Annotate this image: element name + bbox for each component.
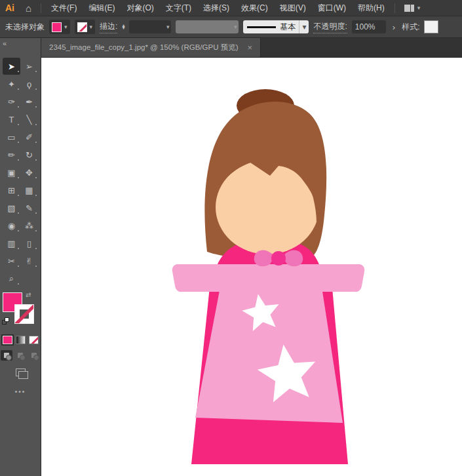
none-button[interactable] (29, 336, 39, 344)
tools-grid: ➤➢✦ϙ✑✒T╲▭✐✏↻▣✥⊞▦▧✎◉⁂▥▯✂✌⌕ (0, 58, 41, 287)
stepper-down-icon[interactable]: ▾ (122, 27, 125, 30)
perspective-grid-tool[interactable]: ⊞ (3, 182, 20, 199)
control-bar: 未选择对象 ▾ ▾ 描边: ▴ ▾ ▾ ▾ 基本 ▾ 不透明度: › 样式: (0, 16, 462, 38)
fill-stroke-indicator: ⇄ (0, 291, 41, 332)
illustrator-logo: Ai (0, 3, 20, 13)
home-icon[interactable]: ⌂ (20, 3, 37, 14)
menu-v[interactable]: 视图(V) (274, 3, 312, 12)
opacity-options-arrow[interactable]: › (391, 22, 397, 32)
brush-definition-value: 基本 (280, 22, 299, 33)
selection-tool[interactable]: ➤ (3, 58, 20, 75)
color-button[interactable] (3, 336, 12, 344)
opacity-label[interactable]: 不透明度: (313, 21, 347, 33)
menu-w[interactable]: 窗口(W) (312, 3, 352, 12)
opacity-input[interactable] (352, 20, 386, 33)
pen-tool[interactable]: ✒ (20, 93, 38, 110)
tools-panel: « ➤➢✦ϙ✑✒T╲▭✐✏↻▣✥⊞▦▧✎◉⁂▥▯✂✌⌕ ⇄ ••• (0, 38, 41, 476)
free-transform-tool[interactable]: ▣ (3, 164, 20, 181)
divider (395, 3, 395, 13)
stroke-none-swatch[interactable] (77, 22, 87, 32)
draw-normal-button[interactable] (1, 350, 12, 361)
symbol-sprayer-tool[interactable]: ⁂ (20, 217, 38, 234)
puppet-warp-tool[interactable]: ✥ (20, 164, 38, 181)
menu-bar: Ai ⌂ 文件(F)编辑(E)对象(O)文字(T)选择(S)效果(C)视图(V)… (0, 0, 462, 16)
fill-color-swatch[interactable] (52, 22, 62, 32)
close-tab-icon[interactable]: × (247, 43, 252, 52)
variable-width-profile-select: ▾ (176, 20, 239, 33)
workspace-switcher[interactable]: ▾ (399, 5, 426, 12)
menu-c[interactable]: 效果(C) (235, 3, 274, 12)
gradient-tool[interactable]: ▧ (3, 199, 20, 216)
style-label: 样式: (402, 22, 419, 33)
bow-knot (271, 251, 286, 266)
chevron-down-icon: ▾ (234, 24, 237, 30)
menu-f[interactable]: 文件(F) (45, 3, 83, 12)
collapse-panel-icon[interactable]: « (3, 39, 7, 47)
edit-toolbar-button[interactable]: ••• (0, 388, 41, 395)
stroke-label[interactable]: 描边: (100, 21, 117, 33)
paint-style-buttons (0, 336, 41, 344)
shaper-tool[interactable]: ✏ (3, 146, 20, 163)
mesh-tool[interactable]: ▦ (20, 182, 38, 199)
chevron-down-icon: ▾ (90, 24, 93, 30)
illustrator-window: Ai ⌂ 文件(F)编辑(E)对象(O)文字(T)选择(S)效果(C)视图(V)… (0, 0, 462, 476)
chevron-down-icon: ▾ (166, 24, 170, 30)
menu-t[interactable]: 文字(T) (160, 3, 197, 12)
chevron-down-icon[interactable]: ▾ (299, 20, 309, 33)
paintbrush-tool[interactable]: ✐ (20, 129, 38, 146)
slice-tool[interactable]: ✂ (3, 252, 20, 269)
default-fill-stroke-icon[interactable] (2, 317, 9, 325)
menu-items: 文件(F)编辑(E)对象(O)文字(T)选择(S)效果(C)视图(V)窗口(W)… (45, 0, 391, 16)
curvature-tool[interactable]: ✑ (3, 93, 20, 110)
hand-tool[interactable]: ✌ (20, 252, 38, 269)
drawing-mode-buttons (0, 350, 41, 361)
selection-status: 未选择对象 (5, 22, 45, 33)
line-segment-tool[interactable]: ╲ (20, 111, 38, 128)
stroke-weight-select[interactable]: ▾ (129, 20, 171, 33)
brush-definition-select[interactable]: 基本 ▾ (243, 20, 309, 33)
chevron-down-icon: ▾ (64, 24, 67, 30)
menu-s[interactable]: 选择(S) (197, 3, 235, 12)
tools-panel-header: « (0, 38, 41, 58)
workspace-grid-icon (404, 5, 414, 12)
artboard-tool[interactable]: ▯ (20, 235, 38, 252)
stroke-indicator[interactable] (14, 304, 34, 324)
zoom-tool[interactable]: ⌕ (3, 270, 20, 287)
eyedropper-tool[interactable]: ✎ (20, 199, 38, 216)
document-tab-strip: 2345_image_file_copy_1.jpg* @ 150% (RGB/… (41, 38, 462, 58)
blend-tool[interactable]: ◉ (3, 217, 20, 234)
draw-inside-button[interactable] (28, 350, 40, 361)
document-tab[interactable]: 2345_image_file_copy_1.jpg* @ 150% (RGB/… (41, 38, 261, 57)
draw-behind-button[interactable] (14, 350, 26, 361)
type-tool[interactable]: T (3, 111, 20, 128)
swap-fill-stroke-icon[interactable]: ⇄ (26, 291, 31, 298)
artboard-canvas[interactable] (41, 58, 462, 476)
column-graph-tool[interactable]: ▥ (3, 235, 20, 252)
document-tab-title: 2345_image_file_copy_1.jpg* @ 150% (RGB/… (49, 43, 238, 52)
magic-wand-tool[interactable]: ✦ (3, 75, 20, 92)
graphic-style-swatch[interactable] (424, 20, 438, 33)
fill-color-control[interactable]: ▾ (49, 20, 70, 34)
stroke-color-control[interactable]: ▾ (75, 20, 96, 34)
menu-h[interactable]: 帮助(H) (352, 3, 391, 12)
direct-selection-tool[interactable]: ➢ (20, 58, 38, 75)
brush-stroke-preview (247, 26, 276, 28)
lasso-tool[interactable]: ϙ (20, 75, 38, 92)
girl-illustration (41, 58, 462, 476)
chevron-down-icon: ▾ (417, 5, 421, 11)
stroke-weight-stepper[interactable]: ▴ ▾ (122, 24, 125, 30)
gradient-button[interactable] (16, 336, 26, 344)
divider (41, 3, 41, 13)
rotate-tool[interactable]: ↻ (20, 146, 38, 163)
menu-e[interactable]: 编辑(E) (83, 3, 121, 12)
change-screen-mode-button[interactable] (16, 368, 26, 376)
rectangle-tool[interactable]: ▭ (3, 129, 20, 146)
menu-o[interactable]: 对象(O) (121, 3, 159, 12)
